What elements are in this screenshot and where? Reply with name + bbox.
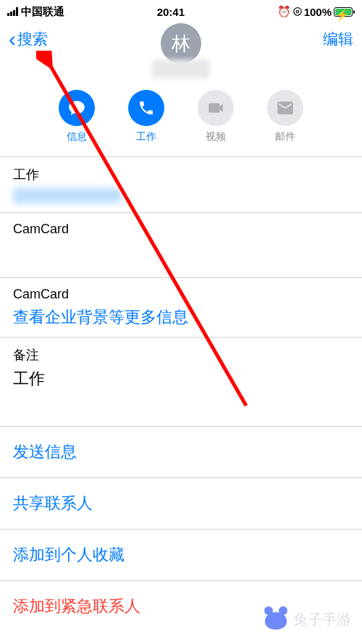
- video-action: 视频: [198, 90, 234, 143]
- camcard-section-1[interactable]: CamCard: [0, 212, 362, 277]
- back-label: 搜索: [17, 29, 48, 49]
- work-phone-section[interactable]: 工作: [0, 156, 362, 212]
- watermark-text: 兔子手游: [293, 610, 351, 630]
- message-icon: [59, 90, 95, 126]
- phone-number: [13, 188, 122, 204]
- rabbit-icon: [263, 609, 289, 630]
- action-row: 信息 工作 视频 邮件: [0, 84, 362, 156]
- camcard-label-1: CamCard: [13, 222, 349, 237]
- add-favorite-row[interactable]: 添加到个人收藏: [0, 529, 362, 580]
- battery-icon: ⚡: [334, 7, 355, 17]
- notes-section[interactable]: 备注 工作: [0, 337, 362, 426]
- clock: 20:41: [157, 6, 185, 18]
- edit-button[interactable]: 编辑: [323, 29, 353, 49]
- camcard-label-2: CamCard: [13, 287, 349, 302]
- carrier-label: 中国联通: [21, 5, 64, 19]
- avatar[interactable]: 林: [161, 23, 201, 64]
- phone-icon: [128, 90, 164, 126]
- video-label: 视频: [206, 130, 226, 143]
- add-favorite-label: 添加到个人收藏: [13, 544, 349, 566]
- share-contact-row[interactable]: 共享联系人: [0, 477, 362, 529]
- status-bar: 中国联通 20:41 ⏰ ⦾ 100% ⚡: [0, 0, 362, 23]
- send-message-label: 发送信息: [13, 441, 349, 463]
- video-icon: [198, 90, 234, 126]
- share-contact-label: 共享联系人: [13, 493, 349, 514]
- signal-icon: [7, 7, 18, 16]
- mail-action: 邮件: [267, 90, 303, 143]
- chevron-left-icon: ‹: [9, 28, 16, 50]
- send-message-row[interactable]: 发送信息: [0, 426, 362, 477]
- work-label: 工作: [13, 166, 349, 183]
- battery-percent: 100%: [304, 6, 332, 18]
- contact-name: [152, 59, 210, 78]
- camcard-section-2[interactable]: CamCard 查看企业背景等更多信息: [0, 277, 362, 337]
- call-label: 工作: [136, 130, 156, 143]
- notes-value: 工作: [13, 368, 349, 390]
- message-label: 信息: [67, 130, 87, 143]
- alarm-icon: ⏰: [277, 5, 291, 18]
- back-button[interactable]: ‹ 搜索: [9, 28, 48, 50]
- camcard-link[interactable]: 查看企业背景等更多信息: [13, 306, 349, 328]
- mail-label: 邮件: [275, 130, 295, 143]
- watermark: 兔子手游: [263, 609, 351, 630]
- message-action[interactable]: 信息: [59, 90, 95, 143]
- notes-label: 备注: [13, 346, 349, 364]
- mail-icon: [267, 90, 303, 126]
- call-action[interactable]: 工作: [128, 90, 164, 143]
- orientation-lock-icon: ⦾: [293, 5, 302, 18]
